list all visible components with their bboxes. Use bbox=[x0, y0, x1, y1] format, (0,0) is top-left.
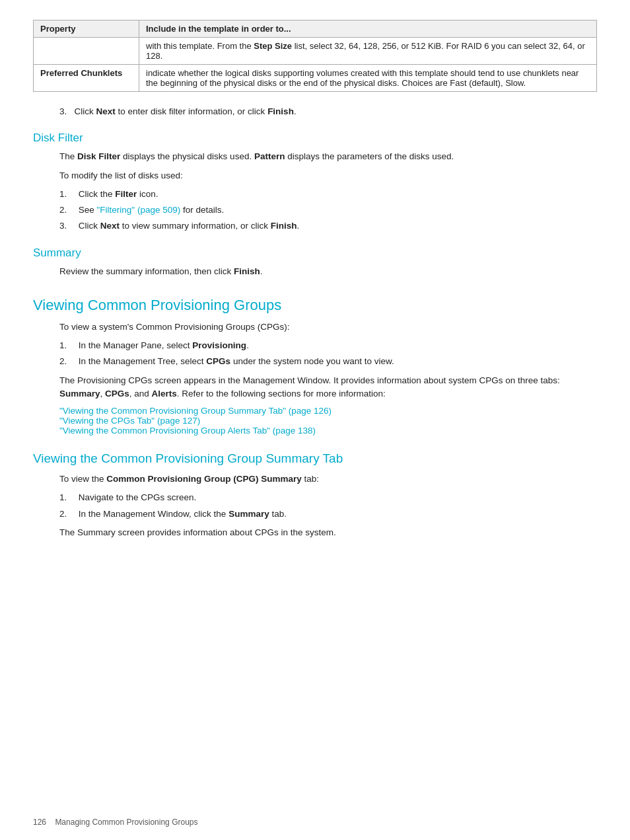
step-num: 1. bbox=[59, 491, 76, 504]
summary-text: Review the summary information, then cli… bbox=[59, 265, 597, 278]
table-row: with this template. From the Step Size l… bbox=[34, 38, 597, 65]
cpg-tab-link[interactable]: "Viewing the CPGs Tab" (page 127) bbox=[59, 416, 200, 426]
disk-filter-intro: The Disk Filter displays the physical di… bbox=[59, 150, 597, 163]
list-item: 1. In the Manager Pane, select Provision… bbox=[59, 339, 597, 352]
table-header-description: Include in the template in order to... bbox=[139, 20, 597, 38]
list-item: 2. See "Filtering" (page 509) for detail… bbox=[59, 204, 597, 217]
step3-text: 3. Click Next to enter disk filter infor… bbox=[59, 105, 597, 118]
cpg-summary-tab-link[interactable]: "Viewing the Common Provisioning Group S… bbox=[59, 406, 332, 416]
viewing-cpg-intro: To view a system's Common Provisioning G… bbox=[59, 321, 597, 334]
list-item: 2. In the Management Tree, select CPGs u… bbox=[59, 355, 597, 368]
list-item: 1. Navigate to the CPGs screen. bbox=[59, 491, 597, 504]
property-table: Property Include in the template in orde… bbox=[33, 20, 597, 92]
step-num: 3. bbox=[59, 219, 76, 233]
disk-filter-steps: 1. Click the Filter icon. 2. See "Filter… bbox=[59, 188, 597, 233]
disk-filter-heading: Disk Filter bbox=[33, 132, 597, 145]
list-item: 3. Click Next to view summary informatio… bbox=[59, 219, 597, 233]
filtering-link[interactable]: "Filtering" (page 509) bbox=[97, 205, 181, 215]
cpg-alerts-tab-link[interactable]: "Viewing the Common Provisioning Group A… bbox=[59, 426, 316, 436]
summary-heading: Summary bbox=[33, 247, 597, 260]
table-cell-property-empty bbox=[34, 38, 139, 65]
list-item: 2. In the Management Window, click the S… bbox=[59, 508, 597, 521]
step-num: 2. bbox=[59, 355, 76, 368]
viewing-summary-tab-end: The Summary screen provides information … bbox=[59, 526, 597, 539]
footer-text: Managing Common Provisioning Groups bbox=[55, 818, 197, 827]
step-num: 2. bbox=[59, 204, 76, 217]
table-row: Preferred Chunklets indicate whether the… bbox=[34, 65, 597, 92]
footer-page-number: 126 bbox=[33, 818, 46, 827]
page-footer: 126 Managing Common Provisioning Groups bbox=[33, 818, 197, 827]
table-header-property: Property bbox=[34, 20, 139, 38]
viewing-cpg-links: "Viewing the Common Provisioning Group S… bbox=[59, 406, 597, 436]
viewing-cpg-heading: Viewing Common Provisioning Groups bbox=[33, 297, 597, 314]
list-item: 1. Click the Filter icon. bbox=[59, 188, 597, 201]
viewing-summary-tab-steps: 1. Navigate to the CPGs screen. 2. In th… bbox=[59, 491, 597, 521]
viewing-cpg-para: The Provisioning CPGs screen appears in … bbox=[59, 374, 597, 401]
step-num: 1. bbox=[59, 188, 76, 201]
viewing-summary-tab-intro: To view the Common Provisioning Group (C… bbox=[59, 473, 597, 486]
page-content: Property Include in the template in orde… bbox=[33, 20, 597, 539]
viewing-cpg-steps: 1. In the Manager Pane, select Provision… bbox=[59, 339, 597, 369]
step-num: 1. bbox=[59, 339, 76, 352]
table-cell-desc-1: with this template. From the Step Size l… bbox=[139, 38, 597, 65]
table-cell-preferred-chunklets: Preferred Chunklets bbox=[34, 65, 139, 92]
step-num: 2. bbox=[59, 508, 76, 521]
disk-filter-subtext: To modify the list of disks used: bbox=[59, 169, 597, 182]
viewing-summary-tab-heading: Viewing the Common Provisioning Group Su… bbox=[33, 451, 597, 466]
table-cell-desc-2: indicate whether the logical disks suppo… bbox=[139, 65, 597, 92]
